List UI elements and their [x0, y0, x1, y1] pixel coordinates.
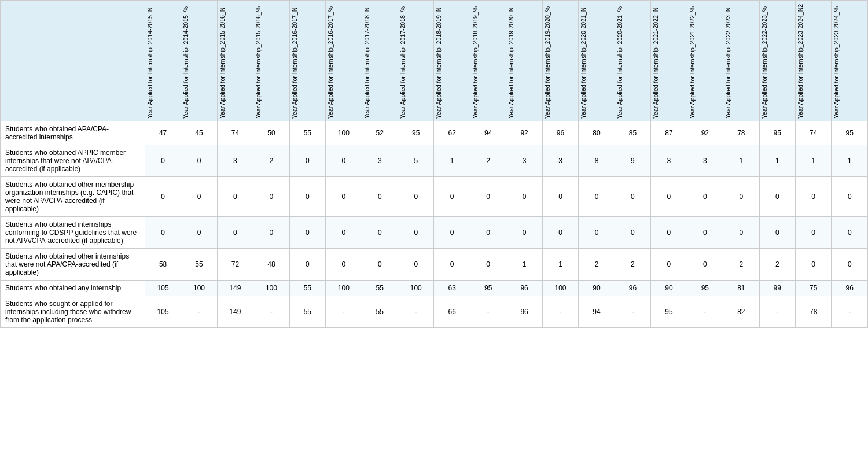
data-cell-r6-c0: 105 [145, 296, 181, 328]
data-cell-r6-c12: 94 [579, 296, 615, 328]
data-cell-r5-c15: 95 [687, 281, 723, 296]
data-cell-r3-c16: 0 [723, 217, 759, 249]
column-header-label-9: Year Applied for Internship_2018-2019_% [472, 3, 479, 119]
data-cell-r6-c16: 82 [723, 296, 759, 328]
column-header-label-19: Year Applied for Internship_2023-2024_% [833, 3, 840, 119]
data-cell-r3-c1: 0 [181, 217, 217, 249]
data-cell-r4-c15: 0 [687, 249, 723, 281]
data-cell-r4-c16: 2 [723, 249, 759, 281]
data-cell-r6-c10: 96 [506, 296, 542, 328]
data-cell-r0-c7: 95 [398, 121, 434, 145]
column-header-label-3: Year Applied for Internship_2015-2016_% [255, 3, 262, 119]
data-cell-r0-c5: 100 [326, 121, 362, 145]
data-cell-r5-c8: 63 [434, 281, 470, 296]
data-cell-r3-c15: 0 [687, 217, 723, 249]
data-cell-r2-c7: 0 [398, 177, 434, 217]
column-header-8: Year Applied for Internship_2018-2019_N [434, 1, 470, 121]
data-cell-r2-c19: 0 [832, 177, 868, 217]
data-cell-r5-c7: 100 [398, 281, 434, 296]
data-cell-r0-c13: 85 [615, 121, 650, 145]
column-header-0: Year Applied for Internship_2014-2015_N [145, 1, 181, 121]
data-cell-r3-c0: 0 [145, 217, 181, 249]
data-cell-r0-c8: 62 [434, 121, 470, 145]
column-header-label-1: Year Applied for Internship_2014-2015_% [182, 3, 189, 119]
column-header-19: Year Applied for Internship_2023-2024_% [832, 1, 868, 121]
data-cell-r4-c12: 2 [579, 249, 615, 281]
data-cell-r4-c19: 0 [832, 249, 868, 281]
internship-data-table: Year Applied for Internship_2014-2015_NY… [0, 0, 868, 328]
data-cell-r3-c4: 0 [289, 217, 325, 249]
data-cell-r1-c14: 3 [651, 145, 687, 177]
column-header-12: Year Applied for Internship_2020-2021_N [579, 1, 615, 121]
outcome-cell-0: Students who obtained APA/CPA-accredited… [1, 121, 145, 145]
data-cell-r2-c6: 0 [362, 177, 398, 217]
data-cell-r1-c18: 1 [795, 145, 831, 177]
data-cell-r1-c2: 3 [217, 145, 253, 177]
data-cell-r6-c15: - [687, 296, 723, 328]
data-cell-r2-c3: 0 [253, 177, 289, 217]
data-cell-r2-c5: 0 [326, 177, 362, 217]
data-cell-r2-c2: 0 [217, 177, 253, 217]
column-header-label-6: Year Applied for Internship_2017-2018_N [363, 3, 370, 119]
data-cell-r6-c8: 66 [434, 296, 470, 328]
outcome-cell-4: Students who obtained other internships … [1, 249, 145, 281]
column-header-11: Year Applied for Internship_2019-2020_% [542, 1, 578, 121]
column-header-13: Year Applied for Internship_2020-2021_% [615, 1, 650, 121]
data-cell-r2-c1: 0 [181, 177, 217, 217]
column-header-label-5: Year Applied for Internship_2016-2017_% [327, 3, 334, 119]
data-cell-r2-c4: 0 [289, 177, 325, 217]
outcome-column-header [1, 1, 145, 121]
data-cell-r0-c12: 80 [579, 121, 615, 145]
column-header-16: Year Applied for Internship_2022-2023_N [723, 1, 759, 121]
column-header-label-0: Year Applied for Internship_2014-2015_N [146, 3, 153, 119]
data-cell-r1-c16: 1 [723, 145, 759, 177]
data-cell-r1-c10: 3 [506, 145, 542, 177]
data-cell-r0-c0: 47 [145, 121, 181, 145]
data-cell-r3-c8: 0 [434, 217, 470, 249]
data-cell-r1-c7: 5 [398, 145, 434, 177]
data-cell-r5-c11: 100 [542, 281, 578, 296]
data-cell-r5-c4: 55 [289, 281, 325, 296]
data-cell-r5-c1: 100 [181, 281, 217, 296]
data-cell-r2-c9: 0 [470, 177, 506, 217]
column-header-label-14: Year Applied for Internship_2021-2022_N [652, 3, 659, 119]
data-cell-r6-c9: - [470, 296, 506, 328]
table-row: Students who obtained any internship1051… [1, 281, 868, 296]
data-cell-r5-c6: 55 [362, 281, 398, 296]
data-cell-r4-c0: 58 [145, 249, 181, 281]
data-cell-r3-c10: 0 [506, 217, 542, 249]
data-cell-r3-c11: 0 [542, 217, 578, 249]
outcome-cell-5: Students who obtained any internship [1, 281, 145, 296]
data-cell-r1-c1: 0 [181, 145, 217, 177]
data-cell-r6-c19: - [832, 296, 868, 328]
data-cell-r0-c11: 96 [542, 121, 578, 145]
data-cell-r3-c17: 0 [759, 217, 795, 249]
data-cell-r4-c5: 0 [326, 249, 362, 281]
data-cell-r0-c10: 92 [506, 121, 542, 145]
data-cell-r2-c13: 0 [615, 177, 650, 217]
column-header-1: Year Applied for Internship_2014-2015_% [181, 1, 217, 121]
data-cell-r6-c14: 95 [651, 296, 687, 328]
table-row: Students who sought or applied for inter… [1, 296, 868, 328]
table-row: Students who obtained internships confor… [1, 217, 868, 249]
data-cell-r6-c5: - [326, 296, 362, 328]
data-cell-r3-c12: 0 [579, 217, 615, 249]
data-cell-r0-c17: 95 [759, 121, 795, 145]
column-header-14: Year Applied for Internship_2021-2022_N [651, 1, 687, 121]
column-header-label-7: Year Applied for Internship_2017-2018_% [399, 3, 406, 119]
data-cell-r1-c8: 1 [434, 145, 470, 177]
data-cell-r0-c16: 78 [723, 121, 759, 145]
data-cell-r4-c4: 0 [289, 249, 325, 281]
data-cell-r2-c11: 0 [542, 177, 578, 217]
data-cell-r0-c4: 55 [289, 121, 325, 145]
data-cell-r5-c2: 149 [217, 281, 253, 296]
data-cell-r5-c14: 90 [651, 281, 687, 296]
column-header-18: Year Applied for Internship_2023-2024_N2 [795, 1, 831, 121]
column-header-17: Year Applied for Internship_2022-2023_% [759, 1, 795, 121]
table-row: Students who obtained APPIC member inter… [1, 145, 868, 177]
data-cell-r1-c6: 3 [362, 145, 398, 177]
data-cell-r3-c7: 0 [398, 217, 434, 249]
data-cell-r1-c13: 9 [615, 145, 650, 177]
column-header-label-17: Year Applied for Internship_2022-2023_% [761, 3, 768, 119]
column-header-2: Year Applied for Internship_2015-2016_N [217, 1, 253, 121]
